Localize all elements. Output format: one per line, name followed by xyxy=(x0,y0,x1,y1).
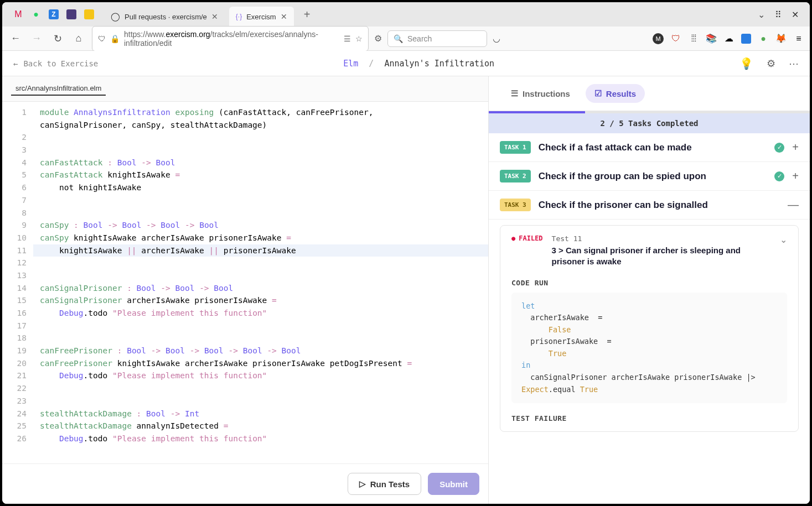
code-line[interactable]: canSignalPrisoner archerIsAwake prisoner… xyxy=(33,294,488,307)
ext-icon-3[interactable]: ⦙⦙⦙ xyxy=(688,33,699,44)
ext-icon-6[interactable] xyxy=(741,34,751,44)
code-line[interactable] xyxy=(33,332,488,345)
code-line[interactable]: canSignalPrisoner : Bool -> Bool -> Bool xyxy=(33,282,488,295)
minus-icon[interactable]: — xyxy=(788,199,799,211)
chevron-down-icon[interactable]: ⌄ xyxy=(780,234,787,245)
ext-icon-4[interactable]: 📚 xyxy=(706,33,717,44)
code-line[interactable]: canFastAttack knightIsAwake = xyxy=(33,169,488,181)
breadcrumb: Elm / Annalyn's Infiltration xyxy=(343,59,494,69)
task-row[interactable]: TASK 2 Check if the group can be spied u… xyxy=(489,162,810,191)
code-line[interactable]: canFastAttack : Bool -> Bool xyxy=(33,157,488,169)
app-icon-purple[interactable] xyxy=(66,9,76,19)
code-line[interactable]: module AnnalynsInfiltration exposing (ca… xyxy=(33,106,488,119)
code-line[interactable]: canSignalPrisoner, canSpy, stealthAttack… xyxy=(33,119,488,132)
more-icon[interactable]: ⋯ xyxy=(789,58,799,70)
tasks-list: TASK 1 Check if a fast attack can be mad… xyxy=(489,133,810,504)
browser-tab[interactable]: ◯ Pull requests · exercism/e ✕ xyxy=(104,7,225,27)
check-icon: ✓ xyxy=(774,143,784,153)
plus-icon[interactable]: + xyxy=(792,170,799,182)
home-button[interactable]: ⌂ xyxy=(71,31,86,46)
gmail-icon[interactable]: M xyxy=(13,9,23,19)
code-line[interactable]: canFreePrisoner knightIsAwake archerIsAw… xyxy=(33,357,488,370)
exercism-icon: {·} xyxy=(236,13,242,20)
code-line[interactable]: stealthAttackDamage annalynIsDetected = xyxy=(33,420,488,432)
address-bar: ← → ↻ ⌂ 🛡 🔒 https://www.https://www.exer… xyxy=(2,27,810,51)
task-title: Check if the prisoner can be signalled xyxy=(539,200,780,211)
code-line[interactable]: canSpy : Bool -> Bool -> Bool -> Bool xyxy=(33,219,488,232)
ext-icon-7[interactable]: ● xyxy=(758,33,769,44)
back-to-exercise-link[interactable]: ← Back to Exercise xyxy=(13,59,98,68)
close-icon[interactable]: ✕ xyxy=(211,12,218,21)
task-badge: TASK 3 xyxy=(500,199,531,211)
code-line[interactable] xyxy=(33,257,488,269)
code-line[interactable]: canFreePrisoner : Bool -> Bool -> Bool -… xyxy=(33,345,488,357)
task-row[interactable]: TASK 3 Check if the prisoner can be sign… xyxy=(489,191,810,220)
reader-icon[interactable]: ☰ xyxy=(344,34,351,43)
code-line[interactable] xyxy=(33,382,488,395)
run-tests-button[interactable]: ▷ Run Tests xyxy=(348,473,421,495)
code-line[interactable] xyxy=(33,131,488,144)
arrow-left-icon: ← xyxy=(13,59,18,68)
ext-icon-1[interactable]: M xyxy=(653,33,664,44)
submit-button[interactable]: Submit xyxy=(428,473,479,495)
file-tab[interactable]: src/AnnalynsInfiltration.elm xyxy=(2,76,488,102)
code-line[interactable]: Debug.todo "Please implement this functi… xyxy=(33,307,488,320)
extension-icon[interactable]: ⚙ xyxy=(374,33,382,44)
search-placeholder: Search xyxy=(407,34,432,43)
bookmark-icon[interactable]: ☆ xyxy=(355,34,363,43)
code-line[interactable] xyxy=(33,269,488,282)
progress-bar xyxy=(489,111,810,113)
chevron-down-icon[interactable]: ⌄ xyxy=(758,9,765,20)
test-status: FAILED xyxy=(511,234,543,242)
pocket-icon[interactable]: ◡ xyxy=(493,33,500,44)
close-icon[interactable]: ✕ xyxy=(281,12,287,21)
ext-icon-5[interactable]: ☁ xyxy=(723,33,735,44)
code-editor[interactable]: 1234567891011121314151617181920212223242… xyxy=(2,102,488,463)
tab-results[interactable]: ☑ Results xyxy=(586,84,645,103)
code-line[interactable] xyxy=(33,207,488,220)
new-tab-button[interactable]: + xyxy=(298,8,316,21)
code-line[interactable] xyxy=(33,395,488,408)
url-text: https://www.https://www.exercism.org/tra… xyxy=(124,30,339,48)
editor-pane: src/AnnalynsInfiltration.elm 12345678910… xyxy=(2,76,489,504)
tab-label: Results xyxy=(606,89,636,98)
code-line[interactable]: knightIsAwake || archerIsAwake || prison… xyxy=(33,244,488,257)
menu-icon[interactable]: ≡ xyxy=(793,33,804,44)
shield-icon: 🛡 xyxy=(98,34,106,43)
reload-button[interactable]: ↻ xyxy=(50,31,65,46)
app-icon-z[interactable]: Z xyxy=(49,9,59,19)
code-line[interactable]: not knightIsAwake xyxy=(33,181,488,194)
search-input[interactable]: 🔍 Search xyxy=(387,30,487,47)
ext-icon-2[interactable]: 🛡 xyxy=(670,33,681,44)
code-line[interactable]: canSpy knightIsAwake archerIsAwake priso… xyxy=(33,232,488,244)
search-icon: 🔍 xyxy=(394,34,403,43)
whatsapp-icon[interactable]: ● xyxy=(31,9,41,19)
code-line[interactable]: Debug.todo "Please implement this functi… xyxy=(33,432,488,445)
task-row[interactable]: TASK 1 Check if a fast attack can be mad… xyxy=(489,133,810,162)
apps-grid-icon[interactable]: ⠿ xyxy=(775,9,782,20)
plus-icon[interactable]: + xyxy=(792,141,799,154)
breadcrumb-sep: / xyxy=(369,59,374,69)
app-header: ← Back to Exercise Elm / Annalyn's Infil… xyxy=(2,51,810,76)
exercise-name: Annalyn's Infiltration xyxy=(384,59,494,69)
settings-icon[interactable]: ⚙ xyxy=(767,58,775,70)
url-input[interactable]: 🛡 🔒 https://www.https://www.exercism.org… xyxy=(92,26,369,51)
tasks-summary: 2 / 5 Tasks Completed xyxy=(489,113,810,133)
code-line[interactable] xyxy=(33,320,488,332)
back-button[interactable]: ← xyxy=(8,31,23,46)
hints-icon[interactable]: 💡 xyxy=(739,57,753,70)
code-line[interactable]: stealthAttackDamage : Bool -> Int xyxy=(33,408,488,420)
browser-tab[interactable]: {·} Exercism ✕ xyxy=(229,7,294,27)
window-close-icon[interactable]: ✕ xyxy=(792,9,799,20)
test-detail: FAILED Test 11 3 > Can signal prisoner i… xyxy=(500,225,799,432)
code-run-block: let archerIsAwake = False prisonerIsAwak… xyxy=(511,293,787,404)
code-line[interactable] xyxy=(33,194,488,207)
play-icon: ▷ xyxy=(359,479,366,489)
track-name[interactable]: Elm xyxy=(343,59,358,69)
tab-instructions[interactable]: ☰ Instructions xyxy=(502,84,579,103)
code-line[interactable]: Debug.todo "Please implement this functi… xyxy=(33,369,488,382)
ext-icon-8[interactable]: 🦊 xyxy=(775,33,787,44)
code-line[interactable] xyxy=(33,144,488,157)
app-icon-yellow[interactable] xyxy=(84,9,94,19)
run-tests-label: Run Tests xyxy=(370,479,410,489)
